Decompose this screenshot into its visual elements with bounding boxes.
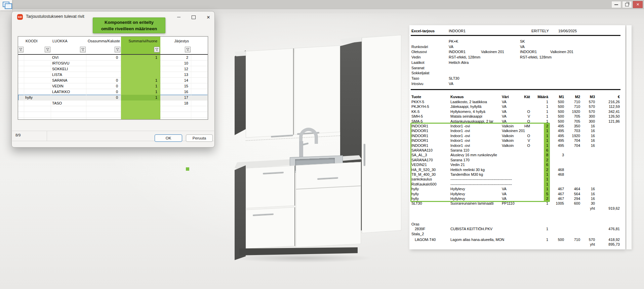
cell-maara: 1 [530, 99, 548, 104]
cell-kuvaus: Indoor1 -ovi [450, 128, 502, 133]
table-row[interactable] [18, 106, 208, 112]
row-selector-cell[interactable] [18, 106, 24, 112]
table-row[interactable] [18, 118, 208, 120]
row-selector-cell[interactable] [18, 55, 24, 60]
cell-m3 [580, 222, 595, 226]
row-selector-cell[interactable] [18, 60, 24, 66]
3d-kitchen-viewport[interactable] [222, 30, 417, 265]
doc-row: INDOOR1Indoor1 -oviValkoinen 20114957031… [411, 128, 620, 133]
row-selector-cell[interactable] [18, 112, 24, 118]
title-bar [0, 0, 644, 9]
col-jarjestys[interactable]: Järjestys [160, 37, 191, 45]
cell-vari [502, 222, 522, 226]
table-row[interactable]: VEDIN0115 [18, 83, 208, 89]
table-row[interactable]: hylly0117 [18, 95, 208, 100]
info-value-1: INDOOR1 [449, 50, 466, 54]
cell-luokka [51, 112, 86, 118]
table-row[interactable]: SOKKELI12 [18, 66, 208, 72]
cell-m2 [564, 172, 580, 177]
cell-vari [502, 162, 522, 167]
col-osasumma[interactable]: Osasumma/Kaluste [86, 37, 121, 45]
cell-m1 [548, 158, 564, 162]
cell-maara: 1 [530, 237, 548, 242]
filter-button-osasumma[interactable] [115, 47, 120, 52]
close-button[interactable]: ✕ [633, 1, 643, 8]
document-gutter [627, 25, 632, 249]
minimize-button[interactable] [611, 1, 621, 8]
info-row: Saranat [411, 66, 623, 71]
cell-osasumma [86, 100, 121, 106]
cell-m3: 300 [580, 119, 595, 124]
cell-summarivi: 1 [121, 78, 160, 83]
table-row[interactable] [18, 112, 208, 118]
cell-vari [502, 206, 522, 211]
table-row[interactable]: OVI012 [18, 55, 208, 60]
row-selector-cell[interactable] [18, 118, 24, 120]
cell-luokka: LAATIKKO [51, 89, 86, 95]
selection-marker[interactable] [186, 167, 189, 171]
cancel-button[interactable]: Peruuta [186, 134, 213, 142]
table-row[interactable]: LISTA13 [18, 72, 208, 78]
filter-button-selector[interactable] [18, 47, 24, 52]
restore-button[interactable] [622, 1, 632, 8]
row-selector-cell[interactable] [18, 66, 24, 72]
doc-row: INDOOR1Indoor1 -oviValkoinO1495192016 [411, 133, 620, 138]
cell-m2: 704 [564, 143, 580, 148]
cell-m2 [564, 162, 580, 167]
dialog-minimize-button[interactable] [174, 13, 183, 21]
table-row[interactable]: LAATIKKO0116 [18, 89, 208, 95]
col-summarivi[interactable]: Summarivi/huone [121, 37, 160, 45]
doc-row: PKJKYH-5Jätekaappi, hyllylläVA1500710570… [411, 104, 620, 109]
cell-luokka: LISTA [51, 72, 86, 78]
cell-m1 [548, 148, 564, 153]
base-cabinet-right-front [296, 162, 361, 247]
filter-button-summarivi[interactable] [154, 47, 160, 52]
table-row[interactable]: IRTOSIVU10 [18, 60, 208, 66]
filter-button-jarjestys[interactable] [185, 47, 191, 52]
cell-maara: 1 [530, 114, 548, 119]
col-selector [18, 37, 24, 45]
cell-luokka [51, 118, 86, 120]
cell-tuote: SMH-5 [411, 114, 450, 119]
row-selector-cell[interactable] [18, 100, 24, 106]
cell-kat [522, 222, 530, 226]
row-selector-cell[interactable] [18, 78, 24, 83]
restore-icon [625, 3, 629, 6]
doc-row: PKKY-5Laatikosto, 2 laatikkoaVA150071057… [411, 99, 620, 104]
cell-jarjestys: 2 [160, 55, 191, 60]
dialog-maximize-button[interactable] [189, 13, 198, 21]
cell-kuvaus: Hyllylevy [450, 196, 502, 201]
row-selector-cell[interactable] [18, 83, 24, 89]
dialog-close-button[interactable]: ✕ [204, 13, 213, 21]
filter-button-koodi[interactable] [45, 47, 50, 52]
table-row[interactable]: TASO18 [18, 100, 208, 106]
cell-m3 [580, 162, 595, 167]
cell-kuvaus: Suorareunainen laminaatti [450, 201, 502, 206]
cell-maara: 1 [530, 177, 548, 181]
app-button[interactable] [0, 0, 12, 10]
filter-button-luokka[interactable] [80, 47, 86, 52]
cell-kuvaus: CUBISTA KEITTIÖH.PKV [450, 226, 502, 231]
doc-date: 19/06/2025 [558, 29, 577, 33]
cell-m2: 710 [564, 99, 580, 104]
cell-kuvaus: Matala seinäkaappi [450, 114, 502, 119]
row-selector-cell[interactable] [18, 95, 24, 100]
info-row: OletusoviINDOOR1Valkoinen 201INDOOR1Valk… [411, 50, 623, 55]
info-label: Sokkeljalat [411, 71, 429, 75]
ok-button[interactable]: OK [155, 134, 182, 142]
funnel-icon [19, 47, 23, 53]
cell-osasumma: 0 [86, 55, 121, 60]
cell-jarjestys: 18 [160, 100, 191, 106]
row-selector-cell[interactable] [18, 89, 24, 95]
cell-vari [502, 167, 522, 172]
cell-eur: 216,26 [595, 99, 620, 104]
col-koodi[interactable]: KOODI [24, 37, 51, 45]
app-window: ✕ Excel-tarjo [0, 0, 644, 289]
cell-jarjestys [160, 112, 191, 118]
cell-m1: 468 [548, 167, 564, 172]
cell-osasumma: 0 [86, 78, 121, 83]
table-row[interactable]: SARANA0114 [18, 78, 208, 83]
col-luokka[interactable]: LUOKKA [51, 37, 86, 45]
row-selector-cell[interactable] [18, 72, 24, 78]
cell-vari: Valkoin [502, 138, 522, 143]
